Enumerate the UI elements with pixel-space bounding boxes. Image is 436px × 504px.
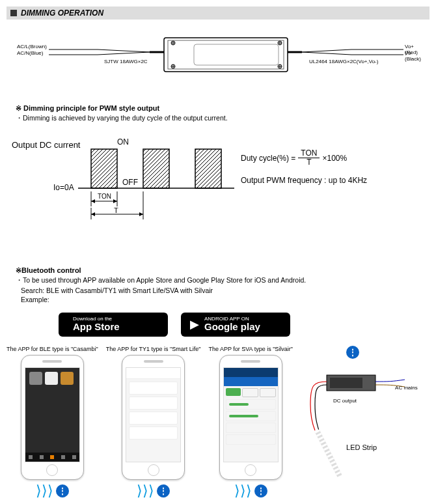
- app-col-sva: The APP for SVA type is "Silvair": [208, 346, 293, 499]
- bt-head: ※Bluetooth control: [16, 266, 420, 275]
- svg-rect-6: [168, 40, 284, 69]
- phone-casambi: [21, 355, 84, 480]
- pwm-graph: Output DC current ON OFF Io=0A TON T: [7, 136, 241, 227]
- app-col-ble: The APP for BLE type is "Casambi" ⟩⟩⟩: [7, 346, 98, 499]
- app-store-button[interactable]: Download on the App Store: [59, 313, 168, 337]
- in-cable-label: SJTW 18AWG×2C: [104, 59, 148, 64]
- google-play-button[interactable]: ▶ ANDROID APP ON Google play: [181, 313, 290, 337]
- svg-rect-27: [143, 149, 169, 188]
- out-cable-label: UL2464 18AWG×2C(Vo+,Vo-): [309, 59, 378, 64]
- google-play-icon: ▶: [190, 317, 199, 331]
- duty-formula: Duty cycle(%) = TON T ×100%: [241, 149, 429, 167]
- svg-rect-40: [330, 378, 362, 388]
- pwm-area: Output DC current ON OFF Io=0A TON T Dut…: [7, 136, 429, 227]
- svg-rect-5: [164, 38, 288, 72]
- ac-mains-label: AC mains: [395, 385, 418, 391]
- section-header: DIMMING OPERATION: [7, 7, 429, 20]
- svg-rect-28: [195, 149, 221, 188]
- google-big: Google play: [204, 322, 260, 333]
- vo-neg-label: Vo-(Black): [405, 50, 423, 62]
- dc-output-label: DC output: [333, 398, 357, 404]
- svg-rect-7: [194, 44, 279, 65]
- duty-fraction: TON T: [298, 149, 320, 167]
- wifi-icon: ⟩⟩⟩: [36, 483, 53, 499]
- pwm-principle-text: ・Dimming is achieved by varying the duty…: [16, 114, 420, 123]
- app2-caption: The APP for TY1 type is "Smart Life": [106, 346, 201, 352]
- app1-caption: The APP for BLE type is "Casambi": [7, 346, 98, 352]
- pwm-principle-head: ※ Dimming principle for PWM style output: [16, 104, 420, 113]
- bluetooth-icon: ⋮: [56, 484, 69, 497]
- svg-marker-33: [113, 199, 117, 203]
- duty-tail: ×100%: [322, 154, 347, 163]
- store-buttons: Download on the App Store ▶ ANDROID APP …: [59, 313, 429, 337]
- duty-num: TON: [298, 149, 320, 158]
- svg-line-2: [98, 49, 150, 52]
- pwm-t-label: T: [114, 206, 118, 214]
- ac-n-label: AC/N(Blue): [17, 50, 43, 56]
- svg-line-3: [98, 52, 150, 55]
- pwm-freq: Output PWM frequency : up to 4KHz: [241, 176, 429, 185]
- bt-line1: ・To be used through APP available on App…: [16, 276, 420, 285]
- header-title: DIMMING OPERATION: [21, 8, 103, 18]
- pwm-off-label: OFF: [122, 178, 138, 187]
- app-col-ty1: The APP for TY1 type is "Smart Life" ⟩⟩⟩…: [106, 346, 201, 499]
- apps-row: The APP for BLE type is "Casambi" ⟩⟩⟩: [7, 346, 429, 499]
- bluetooth-icon: ⋮: [254, 484, 267, 497]
- wifi-icon: ⟩⟩⟩: [137, 483, 154, 499]
- phone-smartlife: [122, 355, 185, 480]
- pwm-on-label: ON: [117, 137, 129, 147]
- bluetooth-icon: ⋮: [157, 484, 170, 497]
- header-square-icon: [10, 10, 17, 16]
- bt-line3: Example:: [21, 296, 420, 303]
- wifi-icon: ⟩⟩⟩: [234, 483, 252, 499]
- driver-diagram: AC/L(Brown) AC/N(Blue) SJTW 18AWG×2C UL2…: [13, 33, 423, 91]
- duty-label: Duty cycle(%) =: [241, 154, 295, 163]
- svg-marker-38: [139, 212, 143, 216]
- svg-line-21: [302, 49, 351, 52]
- duty-den: T: [304, 158, 314, 167]
- pwm-y-label: Output DC current: [12, 140, 81, 150]
- svg-line-22: [302, 52, 351, 55]
- svg-marker-32: [91, 199, 95, 203]
- pwm-ton-label: TON: [98, 193, 111, 200]
- svg-rect-26: [91, 149, 117, 188]
- bt-line2: Search: BLE with Casambi/TY1 with Smart …: [21, 287, 420, 294]
- led-strip-label: LED Strip: [346, 443, 377, 451]
- svg-marker-37: [91, 212, 95, 216]
- pwm-text-block: Duty cycle(%) = TON T ×100% Output PWM f…: [241, 136, 429, 227]
- app-store-big: App Store: [73, 322, 120, 333]
- pwm-io-label: Io=0A: [53, 183, 74, 192]
- ac-l-label: AC/L(Brown): [17, 44, 47, 49]
- app3-caption: The APP for SVA type is "Silvair": [208, 346, 293, 352]
- wiring-diagram: ⋮ AC mains DC output LED Strip: [301, 346, 429, 489]
- phone-silvair: [219, 355, 282, 480]
